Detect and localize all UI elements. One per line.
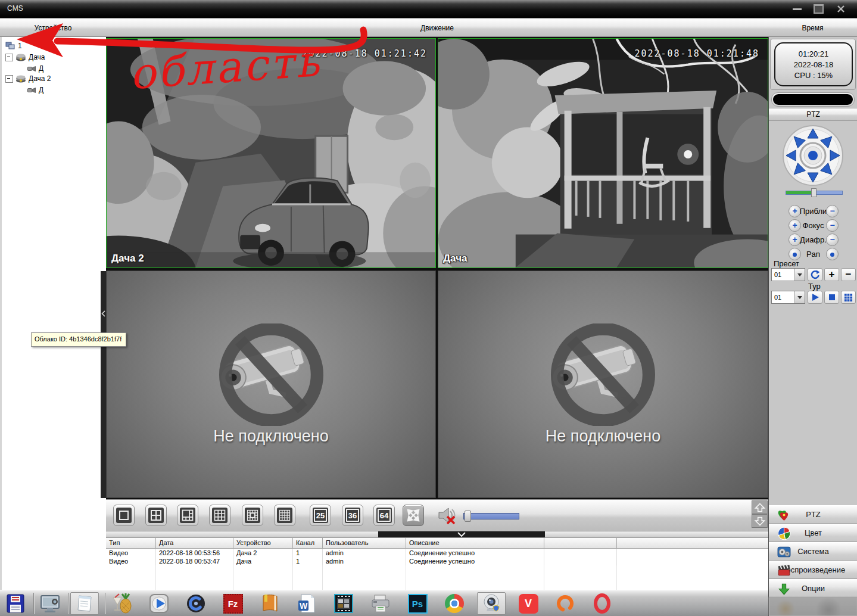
tree-node-group[interactable]: Дача 2 [5,73,51,84]
dropdown-arrow-icon[interactable] [794,269,805,281]
taskbar-monitor-icon[interactable] [36,592,64,615]
scroll-up-button[interactable] [752,500,768,514]
ptz-joystick[interactable] [781,124,844,187]
layout-36-button[interactable]: 36 [342,505,363,526]
taskbar-film-icon[interactable] [329,592,358,615]
ptz-section-header: PTZ [769,108,857,121]
video-tile-disconnected[interactable]: Не подключено [438,270,768,498]
tour-select[interactable]: 01 [771,291,805,304]
minimize-button[interactable] [789,4,805,14]
taskbar-mediaplayer-icon[interactable] [145,592,173,615]
menu-label: Цвет [805,528,822,537]
tour-setup-button[interactable] [841,291,856,304]
log-cell: Видео [106,557,156,565]
video-tile-dacha2[interactable]: 2022-08-18 01:21:42 Дача 2 [106,38,436,268]
tree-node-channel[interactable]: Д [27,85,43,95]
ptz-speed-slider[interactable] [786,191,843,195]
ptz-speed-handle[interactable] [811,188,817,197]
blurred-corner [769,597,857,616]
taskbar-chrome-icon[interactable] [440,592,469,615]
log-cell: Соединение успешно [406,557,544,565]
menu-ptz-button[interactable]: PTZ [769,505,857,524]
collapse-toggle-icon[interactable] [5,75,13,83]
taskbar-notepad-icon[interactable] [70,592,99,615]
tree-node-channel[interactable]: Д [27,63,43,74]
log-cell: 2022-08-18 00:53:47 [156,557,233,565]
mute-button[interactable] [437,506,457,524]
taskbar-filezilla-icon[interactable]: Fz [219,592,247,615]
log-cell: Видео [106,549,156,557]
menu-color-button[interactable]: Цвет [769,524,857,542]
menu-playback-button[interactable]: Воспроизведение [769,561,857,579]
preset-label: Пресет [774,259,799,268]
preset-goto-button[interactable] [808,268,822,281]
preset-select[interactable]: 01 [771,268,805,281]
ptz-menu-icon [777,508,791,522]
tree-node-root[interactable]: 1 [5,41,22,51]
dropdown-arrow-icon[interactable] [794,291,805,303]
maximize-button[interactable] [811,4,826,14]
menu-system-button[interactable]: Система [769,542,857,561]
column-header: Канал [293,538,323,548]
layout-13-button[interactable] [242,505,263,526]
fullscreen-button[interactable] [403,505,424,526]
layout-25-button[interactable]: 25 [310,505,331,526]
iris-label: Диафр. [769,235,857,244]
chevron-down-icon [457,532,466,537]
camera-name-overlay: Дача [443,253,467,265]
taskbar-vivaldi-icon[interactable]: V [514,592,543,615]
volume-slider[interactable] [463,513,519,519]
collapse-log-handle[interactable] [378,531,545,537]
no-camera-icon [210,323,332,426]
focus-out-button[interactable]: − [826,219,839,232]
taskbar-book-icon[interactable] [255,592,284,615]
log-row[interactable]: Видео 2022-08-18 00:53:56 Дача 2 1 admin… [106,549,768,557]
log-row[interactable]: Видео 2022-08-18 00:53:47 Дача 1 admin С… [106,557,768,565]
tour-start-button[interactable] [808,291,822,304]
log-panel-divider [106,531,768,537]
preset-delete-button[interactable]: − [841,268,856,281]
taskbar-cinema4d-icon[interactable] [182,592,210,615]
speaker-muted-icon [437,506,457,524]
menu-options-button[interactable]: Опции [769,579,857,598]
taskbar-photoshop-icon[interactable]: Ps [403,592,432,615]
zoom-out-button[interactable]: − [826,205,839,217]
log-empty-area [106,565,768,590]
layout-9-button[interactable] [209,505,230,526]
video-tile-dacha[interactable]: 2022-08-18 01:21:48 Дача [438,38,768,268]
iris-close-button[interactable]: − [826,234,839,246]
taskbar-origin-icon[interactable] [551,592,579,615]
tree-node-label: Дача 2 [29,74,51,83]
scroll-down-button[interactable] [752,514,768,528]
log-cell [617,557,768,565]
preset-add-button[interactable]: + [824,268,839,281]
pan-right-button[interactable] [826,248,839,260]
layout-16-button[interactable] [274,505,295,526]
taskbar-cocktail-icon[interactable] [108,592,136,615]
no-camera-icon [542,323,664,426]
tree-node-label: 1 [18,42,22,50]
close-button[interactable] [833,4,849,14]
taskbar-webcam-icon[interactable] [477,592,506,615]
tree-node-group[interactable]: Дача [5,52,45,63]
layout-4-button[interactable] [145,505,167,526]
tour-stop-button[interactable] [824,291,839,304]
volume-slider-handle[interactable] [465,511,471,522]
clock-display: 01:20:21 2022-08-18 CPU : 15% [770,39,856,90]
layout-64-button[interactable]: 64 [373,505,395,526]
log-cell: Соединение успешно [406,549,544,557]
video-tile-disconnected[interactable]: Не подключено [106,270,436,498]
layout-1-button[interactable] [113,505,135,526]
collapse-toggle-icon[interactable] [5,54,13,61]
stop-icon [828,294,836,301]
cloud-id-tooltip: Облако ID: 4b1346dc8f2b1f7f [31,332,126,347]
taskbar-word-icon[interactable]: W [292,592,321,615]
zoom-control-row: + Прибли − [769,205,857,218]
column-header-empty [544,538,617,548]
taskbar-printer-icon[interactable] [366,592,395,615]
taskbar-save-icon[interactable] [1,592,30,615]
layout-6-button[interactable] [177,505,198,526]
panel-splitter[interactable] [101,271,106,498]
device-section-header: Устройство [0,24,106,32]
taskbar-opera-icon[interactable] [588,592,616,615]
